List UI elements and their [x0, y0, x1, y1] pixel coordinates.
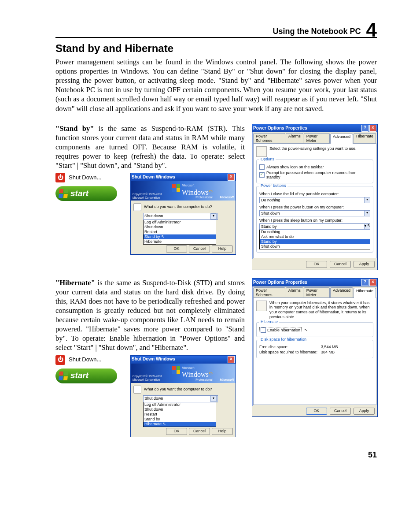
apply-button[interactable]: Apply: [354, 408, 375, 415]
start-button[interactable]: start: [55, 186, 117, 201]
page-title: Stand by and Hibernate: [55, 42, 377, 55]
windows-flag-icon: [59, 372, 68, 380]
tab-power-schemes[interactable]: Power Schemes: [253, 133, 285, 143]
hibernate-body: is the same as Suspend-to-Disk (STD) and…: [55, 279, 245, 352]
group-disk: Disk space for hibernation Free disk spa…: [256, 340, 373, 358]
taskbar-icon-checkbox[interactable]: Always show icon on the taskbar: [259, 164, 370, 170]
password-checkbox[interactable]: ✓Prompt for password when computer resum…: [259, 171, 370, 179]
cursor-icon: ↖: [367, 223, 371, 228]
lid-action-select[interactable]: Do nothing▾: [259, 197, 370, 203]
power-options-hibernate-dialog: Power Options Properties ?× Power Scheme…: [252, 278, 378, 417]
chevron-down-icon: ▾: [364, 197, 370, 203]
ok-button[interactable]: OK: [306, 261, 327, 268]
shutdown-label: Shut Down...: [69, 356, 101, 364]
standby-bold: "Stand by": [55, 124, 94, 133]
action-options[interactable]: Log off Administrator Shut down Restart …: [143, 402, 216, 427]
banner-copyright: Copyright © 1985-2001 Microsoft Corporat…: [133, 193, 162, 200]
shutdown-menu-item[interactable]: ⏻ Shut Down...: [55, 173, 126, 182]
cancel-button[interactable]: Cancel: [189, 428, 210, 435]
close-icon[interactable]: ×: [369, 125, 376, 132]
close-icon[interactable]: ×: [228, 174, 235, 181]
power-icon: ⏻: [55, 355, 65, 365]
close-icon[interactable]: ×: [228, 356, 235, 363]
enable-hibernation-checkbox[interactable]: Enable hibernation↖: [259, 327, 370, 333]
dialog-title: Power Options Properties: [253, 126, 307, 130]
tabs: Power Schemes Alarms Power Meter Advance…: [253, 287, 376, 297]
ok-button[interactable]: OK: [166, 245, 187, 253]
sleep-options[interactable]: Do nothing Ask me what to do Stand by Sh…: [259, 230, 370, 249]
shutdown-dialog-standby: Shut Down Windows × Copyright © 1985-200…: [130, 173, 236, 255]
action-combobox[interactable]: Shut down▾: [143, 395, 218, 402]
ok-button[interactable]: OK: [166, 428, 187, 435]
tab-power-meter[interactable]: Power Meter: [304, 287, 330, 297]
dialog-question: What do you want the computer to do?: [144, 204, 212, 210]
close-icon[interactable]: ×: [369, 279, 376, 286]
xp-banner: Copyright © 1985-2001 Microsoft Corporat…: [131, 181, 236, 201]
standby-row: "Stand by" is the same as Suspend-to-RAM…: [55, 124, 377, 270]
sleep-button-select[interactable]: Stand by▾↖: [259, 223, 370, 230]
shutdown-label: Shut Down...: [69, 174, 101, 182]
standby-text: "Stand by" is the same as Suspend-to-RAM…: [55, 124, 245, 255]
dialog-title: Shut Down Windows: [132, 357, 175, 362]
cancel-button[interactable]: Cancel: [330, 261, 351, 268]
xp-banner: Copyright © 1985-2001 Microsoft Corporat…: [131, 364, 236, 383]
shutdown-dialog-hibernate: Shut Down Windows × Copyright © 1985-200…: [130, 355, 236, 437]
page-number: 51: [55, 450, 377, 460]
power-options-advanced-dialog: Power Options Properties ?× Power Scheme…: [252, 124, 378, 270]
cancel-button[interactable]: Cancel: [330, 408, 351, 415]
tab-alarms[interactable]: Alarms: [286, 287, 303, 297]
hibernate-row: "Hibernate" is the same as Suspend-to-Di…: [55, 278, 377, 437]
start-label: start: [70, 188, 88, 199]
start-button[interactable]: start: [55, 368, 117, 383]
hibernate-text: "Hibernate" is the same as Suspend-to-Di…: [55, 278, 245, 437]
cursor-icon: ↖: [162, 421, 166, 426]
group-power-buttons: Power buttons When I close the lid of my…: [256, 186, 373, 253]
group-hibernate: Hibernate Enable hibernation↖: [256, 322, 373, 337]
tab-power-meter[interactable]: Power Meter: [304, 133, 330, 143]
action-combobox[interactable]: Shut down▾: [143, 213, 218, 220]
cursor-icon: ↖: [161, 234, 165, 239]
help-icon[interactable]: ?: [361, 279, 368, 286]
start-label: start: [70, 370, 88, 381]
cancel-button[interactable]: Cancel: [189, 245, 210, 253]
banner-msft: Microsoft: [220, 196, 234, 200]
windows-flag-icon: [59, 189, 68, 198]
tab-hibernate[interactable]: Hibernate: [354, 288, 376, 298]
group-options: Options Always show icon on the taskbar …: [256, 160, 373, 183]
chevron-down-icon: ▾: [210, 396, 217, 402]
action-options[interactable]: Log off Administrator Shut down Restart …: [143, 220, 216, 245]
page-header: Using the Notebook PC 4: [55, 18, 377, 38]
tab-power-schemes[interactable]: Power Schemes: [253, 287, 285, 297]
section-title: Using the Notebook PC: [273, 27, 361, 36]
drive-icon: [256, 301, 267, 311]
dialog-title: Shut Down Windows: [132, 175, 175, 180]
hibernate-bold: "Hibernate": [55, 279, 95, 287]
chevron-down-icon: ▾↖: [364, 224, 370, 229]
intro-paragraph: Power management settings can be found i…: [55, 57, 377, 113]
key-icon: [133, 203, 141, 211]
chapter-number: 4: [366, 20, 377, 40]
dialog-title: Power Options Properties: [253, 280, 307, 285]
tab-desc: Select the power-saving settings you wan…: [269, 146, 357, 151]
cursor-icon: ↖: [304, 329, 308, 331]
tab-alarms[interactable]: Alarms: [286, 133, 303, 143]
ok-button[interactable]: OK: [306, 408, 327, 415]
key-icon: [133, 386, 141, 394]
tab-advanced[interactable]: Advanced: [330, 287, 353, 297]
power-icon: ⏻: [55, 173, 65, 182]
help-icon[interactable]: ?: [361, 125, 368, 132]
power-button-select[interactable]: Shut down▾: [259, 210, 370, 216]
help-button[interactable]: Help: [212, 428, 233, 435]
windows-flag-icon: [172, 184, 180, 192]
tabs: Power Schemes Alarms Power Meter Advance…: [253, 133, 376, 143]
help-button[interactable]: Help: [212, 245, 233, 253]
chevron-down-icon: ▾: [210, 213, 217, 219]
shutdown-menu-item[interactable]: ⏻ Shut Down...: [55, 355, 126, 365]
tab-hibernate[interactable]: Hibernate: [354, 133, 376, 143]
tab-advanced[interactable]: Advanced: [330, 134, 353, 144]
tab-desc: When your computer hibernates, it stores…: [269, 301, 373, 320]
battery-icon: [256, 146, 267, 157]
chevron-down-icon: ▾: [364, 211, 370, 216]
windows-flag-icon: [172, 366, 180, 374]
apply-button[interactable]: Apply: [354, 261, 375, 268]
